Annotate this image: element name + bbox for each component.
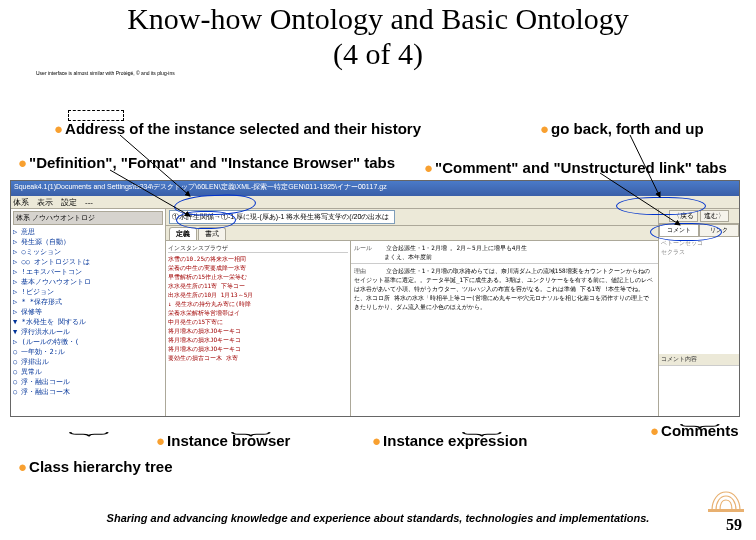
instance-item[interactable]: 栄養水栄解析等営増帯はイ xyxy=(168,308,348,317)
instance-item[interactable]: 要効生の損古コー木 水寄 xyxy=(168,353,348,362)
footer-text: Sharing and advancing knowledge and expe… xyxy=(0,512,756,524)
tree-item[interactable]: ○ 浮・融出コール xyxy=(13,377,163,387)
comment-panel[interactable]: ベトーンセッコ セクラス xyxy=(659,237,739,354)
annot-instance-expression: ●Instance expression xyxy=(372,432,527,449)
tree-item[interactable]: ○ 浮排出ル xyxy=(13,357,163,367)
annot-comment-tabs-text: "Comment" and "Unstructured link" tabs xyxy=(435,159,727,176)
exp-text-rule-2: まくえ、本年度前 xyxy=(384,253,432,260)
annot-address: ●Address of the instance selected and th… xyxy=(54,120,421,137)
app-screenshot: Squeak4.1(1)Documents and Settings\ts334… xyxy=(10,180,740,417)
exp-label-rule: ルール xyxy=(354,243,382,252)
menu-item-4[interactable]: --- xyxy=(85,198,93,207)
exp-text-reason: 立合起源生・1・2月増の取水路めらては、奈川清ダム上の流域158増案をカウントク… xyxy=(354,267,653,310)
instance-item[interactable]: 水雪の10.25の将来水一相同 xyxy=(168,254,348,263)
instance-item[interactable]: 出水発生所の10月 1月13～5月 xyxy=(168,290,348,299)
window-menubar[interactable]: 体系 表示 設定 --- xyxy=(11,196,739,209)
tab-format[interactable]: 書式 xyxy=(198,227,226,240)
slide-title: Know-how Ontology and Basic Ontology(4 o… xyxy=(0,2,756,71)
address-bar: ①水評生関係→①-1 厚に現-(厚あ)-1 将水発生将写支学の(/20の出水は=… xyxy=(166,209,658,226)
tree-item[interactable]: ○ 浮・融出コー木 xyxy=(13,387,163,397)
tree-item[interactable]: ▷ ○○ オントロジストは xyxy=(13,257,163,267)
comment-content-box[interactable] xyxy=(659,366,739,416)
comment-content-label: コメント内容 xyxy=(659,354,739,366)
tree-item[interactable]: ▼ *水発生を 関するル xyxy=(13,317,163,327)
instance-browser-header: インスタンスブラウザ xyxy=(168,243,348,253)
small-note: User interface is almost similar with Pr… xyxy=(36,70,175,76)
annot-comments: ●Comments xyxy=(650,422,739,439)
annot-definition-text: "Definition", "Format" and "Instance Bro… xyxy=(29,154,395,171)
tree-item[interactable]: ▼ 浮行洪水ルール xyxy=(13,327,163,337)
tree-item[interactable]: ▷ !ビジョン xyxy=(13,287,163,297)
tree-item[interactable]: ▷ !エキスパートコン xyxy=(13,267,163,277)
tree-item[interactable]: ▷ 基本ノウハウオントロ xyxy=(13,277,163,287)
annot-comments-text: Comments xyxy=(661,422,739,439)
annot-class-hierarchy-text: Class hierarchy tree xyxy=(29,458,172,475)
instance-item[interactable]: ↓ 発生水の持分丸み寄に(時降 xyxy=(168,299,348,308)
side-item-1: ベトーンセッコ xyxy=(661,239,737,248)
center-tabs: 定義 書式 xyxy=(166,226,658,240)
forward-button[interactable]: 進む〉 xyxy=(700,210,729,222)
address-input[interactable]: ①水評生関係→①-1 厚に現-(厚あ)-1 将水発生将写支学の(/20の出水は=… xyxy=(169,210,395,224)
menu-item-2[interactable]: 表示 xyxy=(37,197,53,208)
annot-comment-tabs: ●"Comment" and "Unstructured link" tabs xyxy=(424,159,727,176)
tree-item[interactable]: ○ 異常ル xyxy=(13,367,163,377)
exp-text-rule: 立合起源生・1・2月増 。2月～5月上に増早も4月生 xyxy=(386,244,528,251)
instance-item[interactable]: 将月増木の損水JOキーキコ xyxy=(168,344,348,353)
window-titlebar: Squeak4.1(1)Documents and Settings\ts334… xyxy=(11,181,739,196)
side-tab-comment[interactable]: コメント xyxy=(659,224,699,236)
instance-item[interactable]: 栄養の中生の実要成降一水寄 xyxy=(168,263,348,272)
exp-label-reason: 理由 xyxy=(354,266,382,275)
exp-row-rule: ルール 立合起源生・1・2月増 。2月～5月上に増早も4月生 まくえ、本年度前 xyxy=(351,241,658,264)
side-item-2: セクラス xyxy=(661,248,737,257)
tree-item[interactable]: ▷ ○ミッション xyxy=(13,247,163,257)
annot-address-text: Address of the instance selected and the… xyxy=(65,120,421,137)
annot-go-back-text: go back, forth and up xyxy=(551,120,704,137)
menu-item-1[interactable]: 体系 xyxy=(13,197,29,208)
menu-item-3[interactable]: 設定 xyxy=(61,197,77,208)
back-button[interactable]: 〈戻る xyxy=(669,210,698,222)
class-tree-panel[interactable]: 体系 ノウハウオントロジ ▷ 意思▷ 発生源（自動）▷ ○ミッション▷ ○○ オ… xyxy=(11,209,166,416)
instance-browser-panel[interactable]: インスタンスブラウザ 水雪の10.25の将来水一相同栄養の中生の実要成降一水寄早… xyxy=(166,241,351,416)
instance-item[interactable]: 将月増木の損水JOキーキコ xyxy=(168,335,348,344)
tab-definition[interactable]: 定義 xyxy=(169,227,197,240)
exp-row-reason: 理由 立合起源生・1・2月増の取水路めらては、奈川清ダム上の流域158増案をカウ… xyxy=(351,264,658,313)
tree-item[interactable]: ▷ 保修等 xyxy=(13,307,163,317)
tree-item[interactable]: ▷ * *保存形式 xyxy=(13,297,163,307)
side-tab-link[interactable]: リンク xyxy=(699,224,739,236)
tree-item[interactable]: ▷ 発生源（自動） xyxy=(13,237,163,247)
tree-item[interactable]: ○ 一年効・2:ル xyxy=(13,347,163,357)
tree-item[interactable]: ▷ 意思 xyxy=(13,227,163,237)
instance-item[interactable]: 将月増木の損水JOキーキコ xyxy=(168,326,348,335)
instance-item[interactable]: 中月発生の15下寄に xyxy=(168,317,348,326)
instance-item[interactable]: 水水発生所の11寄 下等コー xyxy=(168,281,348,290)
instance-expression-panel: ルール 立合起源生・1・2月増 。2月～5月上に増早も4月生 まくえ、本年度前 … xyxy=(351,241,658,416)
side-tabs: コメント リンク xyxy=(659,224,739,237)
tree-item[interactable]: ▷ (ルールの特徴・( xyxy=(13,337,163,347)
annot-class-hierarchy: ●Class hierarchy tree xyxy=(18,458,172,475)
annot-definition-tabs: ●"Definition", "Format" and "Instance Br… xyxy=(18,154,395,171)
annot-instance-expression-text: Instance expression xyxy=(383,432,527,449)
annot-instance-browser-text: Instance browser xyxy=(167,432,290,449)
logo-icon xyxy=(706,486,746,514)
page-number: 59 xyxy=(726,516,742,534)
side-panel: 〈戻る 進む〉 コメント リンク ベトーンセッコ セクラス コメント内容 xyxy=(658,209,739,416)
annot-instance-browser: ●Instance browser xyxy=(156,432,290,449)
class-tree-header: 体系 ノウハウオントロジ xyxy=(13,211,163,225)
svg-rect-4 xyxy=(708,509,744,512)
nav-buttons: 〈戻る 進む〉 xyxy=(659,209,739,224)
instance-item[interactable]: 早雪解析の15作止水一栄等む xyxy=(168,272,348,281)
annot-go-back: ●go back, forth and up xyxy=(540,120,704,137)
